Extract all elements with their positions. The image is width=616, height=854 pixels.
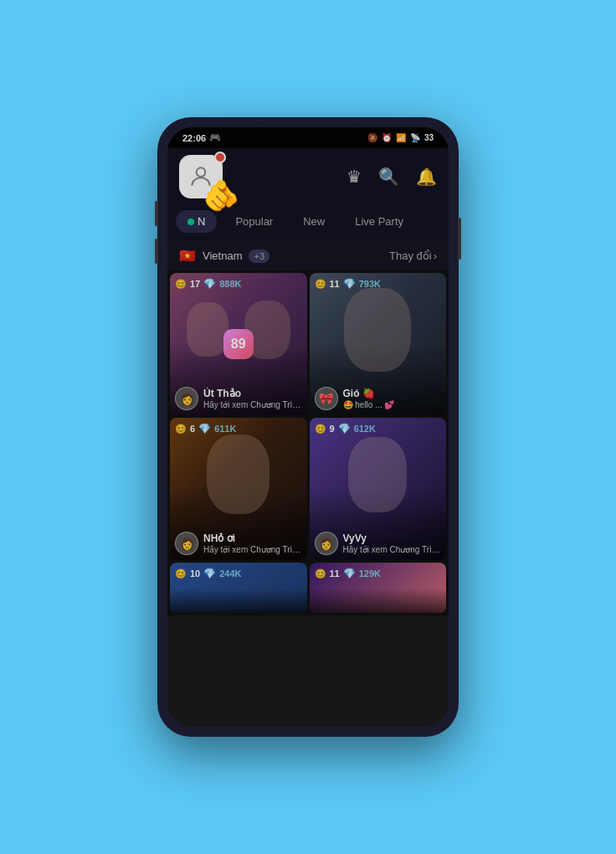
silent-icon: 🔕 [367,133,377,142]
streamer-name-3: NHỏ ơi [203,532,302,544]
streamer-name-1: Út Thảo [203,388,302,399]
diamond-icon-5: 💎 [203,568,216,579]
phone-frame: 22:06 🎮 🔕 ⏰ 📶 📡 33 [157,117,459,737]
time-display: 22:06 [182,133,206,143]
header-action-icons: ♛ 🔍 🔔 [346,167,437,187]
stream-card-3[interactable]: 😊 6 💎 611K 👩 NHỏ ơi Hãy tới xem Chương T… [170,418,307,560]
stream-card-6[interactable]: 😊 11 💎 129K [310,563,447,613]
stream-card-4[interactable]: 😊 9 💎 612K 👩 VyVy Hãy tới xem Chương Trì… [310,418,447,560]
status-time: 22:06 🎮 [182,132,221,143]
wifi-icon: 📡 [410,133,420,142]
streamer-desc-4: Hãy tới xem Chương Trình... [343,545,442,554]
stream-card-5[interactable]: 😊 10 💎 244K [170,563,307,613]
signal-icon: 📶 [396,133,406,142]
streamer-name-2: Gió 🍓 [343,388,395,399]
stream-stats-5: 😊 10 💎 244K [175,568,242,579]
streamer-avatar-1: 👩 [175,387,198,410]
stream-content-area: 89 😊 17 💎 888K 👩 Út Thảo Hãy tới xem Chư… [167,270,449,615]
diamond-icon-2: 💎 [343,278,356,290]
vietnam-flag-icon: 🇻🇳 [179,248,196,264]
diamond-count-4: 612K [354,424,376,434]
more-countries-badge: +3 [249,250,270,263]
streamer-desc-3: Hãy tới xem Chương Trình... [203,545,302,554]
viewer-count-1: 17 [190,279,200,289]
streamer-info-3: 👩 NHỏ ơi Hãy tới xem Chương Trình... [175,532,302,555]
location-dot-icon [187,219,194,225]
svg-point-0 [197,167,206,177]
search-icon[interactable]: 🔍 [378,167,399,187]
notch [258,117,358,124]
viewer-count-2: 11 [330,279,340,289]
streamer-info-2: 🎀 Gió 🍓 🤩 hello ... 💕 [315,387,442,410]
country-name: Vietnam [203,250,242,262]
smiley-icon-4: 😊 [315,424,326,435]
change-country-button[interactable]: Thay đổi › [389,250,437,262]
country-filter-bar[interactable]: 🇻🇳 Vietnam +3 Thay đổi › [167,241,449,270]
diamond-icon-3: 💎 [198,423,211,435]
vol-up-button [155,201,158,226]
diamond-count-3: 611K [214,424,236,434]
live-party-tab-label: Live Party [355,215,403,228]
country-info: 🇻🇳 Vietnam +3 [179,248,270,264]
viewer-count-4: 9 [330,424,335,434]
stream-stats-3: 😊 6 💎 611K [175,423,236,435]
streamer-details-1: Út Thảo Hãy tới xem Chương Trình... [203,388,302,409]
streamer-avatar-4: 👩 [315,532,338,555]
smiley-icon-3: 😊 [175,424,187,435]
change-label: Thay đổi [389,250,432,262]
alarm-icon: ⏰ [382,133,392,142]
streamer-details-4: VyVy Hãy tới xem Chương Trình... [343,532,442,554]
streamer-name-4: VyVy [343,532,442,544]
diamond-count-5: 244K [219,568,241,579]
new-tab-label: New [303,215,325,228]
viewer-count-3: 6 [190,424,195,434]
tab-popular[interactable]: Popular [223,210,285,233]
diamond-icon-6: 💎 [343,568,356,579]
smiley-icon-6: 😊 [315,568,326,579]
phone-screen: 22:06 🎮 🔕 ⏰ 📶 📡 33 [167,127,449,727]
chevron-right-icon: › [434,250,437,262]
stream-grid: 89 😊 17 💎 888K 👩 Út Thảo Hãy tới xem Chư… [167,270,449,615]
diamond-icon-1: 💎 [203,278,216,290]
smiley-icon: 😊 [175,279,187,290]
stream-stats-1: 😊 17 💎 888K [175,278,242,290]
streamer-info-1: 👩 Út Thảo Hãy tới xem Chương Trình... [175,387,302,410]
battery-display: 33 [424,133,434,142]
profile-section[interactable]: 🫵 [179,155,223,198]
vol-down-button [155,239,158,264]
hand-pointer-indicator: 🫵 [203,178,240,214]
streamer-desc-1: Hãy tới xem Chương Trình... [203,400,302,409]
game-icon: 🎮 [209,132,221,143]
stream-card-1[interactable]: 89 😊 17 💎 888K 👩 Út Thảo Hãy tới xem Chư… [170,273,307,415]
diamond-count-1: 888K [219,279,241,289]
nearby-tab-label: N [198,215,205,228]
streamer-avatar-3: 👩 [175,532,198,555]
diamond-count-6: 129K [359,568,381,579]
streamer-details-2: Gió 🍓 🤩 hello ... 💕 [343,388,395,409]
smiley-icon-5: 😊 [175,568,187,579]
stream-stats-2: 😊 11 💎 793K [315,278,382,290]
stream-card-2[interactable]: 😊 11 💎 793K 🎀 Gió 🍓 🤩 hello ... 💕 [310,273,447,415]
power-button [458,218,461,260]
streamer-desc-2: 🤩 hello ... 💕 [343,400,395,409]
smiley-icon-2: 😊 [315,279,326,290]
stream-stats-6: 😊 11 💎 129K [315,568,382,579]
bell-icon[interactable]: 🔔 [416,167,437,187]
streamer-avatar-2: 🎀 [315,387,338,410]
diamond-icon-4: 💎 [338,423,351,435]
tab-nearby[interactable]: N [176,210,217,233]
viewer-count-6: 11 [330,568,340,579]
app-logo-badge: 89 [223,329,254,359]
viewer-count-5: 10 [190,568,200,579]
popular-tab-label: Popular [235,215,273,228]
app-header: 🫵 ♛ 🔍 🔔 [167,148,449,205]
diamond-count-2: 793K [359,279,381,289]
notification-badge [214,152,226,163]
status-bar: 22:06 🎮 🔕 ⏰ 📶 📡 33 [167,127,449,148]
tab-new[interactable]: New [291,210,336,233]
stream-stats-4: 😊 9 💎 612K [315,423,376,435]
streamer-details-3: NHỏ ơi Hãy tới xem Chương Trình... [203,532,302,554]
streamer-info-4: 👩 VyVy Hãy tới xem Chương Trình... [315,532,442,555]
crown-icon[interactable]: ♛ [346,167,362,187]
tab-live-party[interactable]: Live Party [343,210,415,233]
